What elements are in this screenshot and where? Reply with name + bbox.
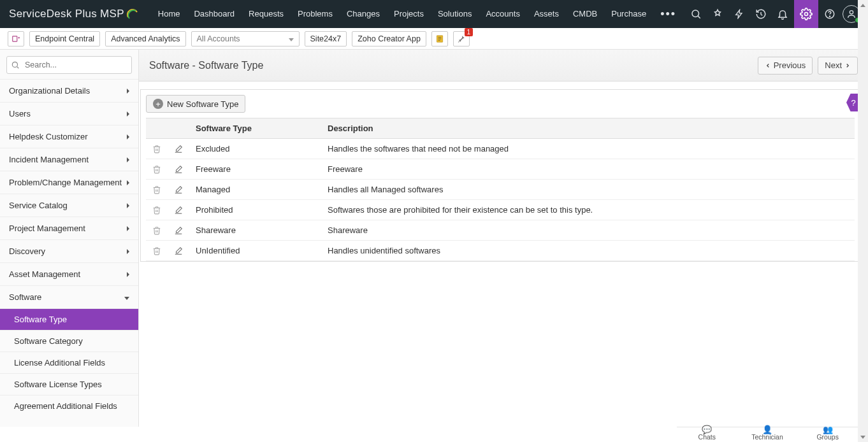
account-selector[interactable]: All Accounts	[191, 31, 300, 46]
notes-icon[interactable]	[431, 31, 448, 46]
svg-line-3	[761, 15, 762, 16]
sidebar-item-4[interactable]: Agreement Additional Fields	[0, 395, 138, 417]
delete-icon[interactable]	[146, 220, 168, 241]
cell-type: Excluded	[189, 139, 321, 159]
nav-home[interactable]: Home	[151, 0, 187, 28]
sidebar-section-2[interactable]: Helpdesk Customizer	[0, 125, 138, 148]
nav-cmdb[interactable]: CMDB	[566, 0, 604, 28]
settings-sidebar: Organizational DetailsUsersHelpdesk Cust…	[0, 50, 139, 427]
main-content: Software - Software Type Previous Next ?…	[139, 50, 868, 427]
search-global-icon[interactable]	[686, 4, 706, 24]
table-panel: ? + New Software Type Software Type Desc	[140, 89, 860, 262]
chip-site24x7[interactable]: Site24x7	[305, 31, 347, 46]
previous-label: Previous	[774, 61, 806, 70]
edit-icon[interactable]	[168, 241, 189, 261]
chip-advanced-analytics[interactable]: Advanced Analytics	[105, 31, 185, 46]
chevron-icon	[127, 246, 129, 256]
sidebar-item-1[interactable]: Software Category	[0, 330, 138, 352]
sidebar-item-3[interactable]: Software License Types	[0, 373, 138, 395]
vertical-scrollbar[interactable]	[858, 0, 868, 427]
svg-point-7	[850, 11, 853, 14]
chevron-icon	[127, 269, 129, 279]
chevron-icon	[127, 201, 129, 210]
delete-icon[interactable]	[146, 200, 168, 220]
table-row: ExcludedHandles the softwares that need …	[146, 139, 855, 159]
nav-assets[interactable]: Assets	[527, 0, 566, 28]
chip-endpoint-central[interactable]: Endpoint Central	[29, 31, 100, 46]
col-software-type: Software Type	[189, 118, 321, 139]
sidebar-section-1[interactable]: Users	[0, 103, 138, 125]
nav-solutions[interactable]: Solutions	[431, 0, 479, 28]
chevron-icon	[127, 178, 129, 187]
sidebar-section-label: Problem/Change Management	[9, 178, 122, 187]
pin-badge: 1	[465, 28, 473, 36]
software-type-table: Software Type Description ExcludedHandle…	[146, 118, 855, 261]
delete-icon[interactable]	[146, 139, 168, 159]
nav-accounts[interactable]: Accounts	[479, 0, 526, 28]
sidebar-section-6[interactable]: Project Management	[0, 217, 138, 239]
sidebar-section-0[interactable]: Organizational Details	[0, 80, 138, 102]
cell-desc: Handles unidentified softwares	[321, 241, 855, 261]
delete-icon[interactable]	[146, 241, 168, 261]
cell-desc: Handles all Managed softwares	[321, 180, 855, 200]
sidebar-section-5[interactable]: Service Catalog	[0, 194, 138, 217]
cell-desc: Handles the softwares that need not be m…	[321, 139, 855, 159]
nav-more[interactable]: •••	[653, 0, 683, 28]
nav-problems[interactable]: Problems	[291, 0, 340, 28]
sidebar-section-9[interactable]: Software	[0, 286, 138, 308]
edit-icon[interactable]	[168, 159, 189, 180]
sidebar-section-label: Organizational Details	[9, 86, 90, 96]
sidebar-section-label: Users	[9, 109, 31, 118]
svg-line-1	[698, 16, 700, 18]
edit-icon[interactable]	[168, 200, 189, 220]
nav-changes[interactable]: Changes	[340, 0, 387, 28]
cell-desc: Freeware	[321, 159, 855, 180]
history-icon[interactable]	[751, 4, 771, 24]
sidebar-section-4[interactable]: Problem/Change Management	[0, 171, 138, 194]
chevron-down-icon	[289, 34, 294, 43]
brand-arc-icon	[127, 8, 138, 20]
bolt-icon[interactable]	[729, 4, 749, 24]
svg-point-6	[829, 16, 830, 17]
brand-line2: Plus MSP	[75, 8, 124, 20]
settings-icon[interactable]	[794, 0, 818, 28]
nav-purchase[interactable]: Purchase	[604, 0, 653, 28]
table-row: ProhibitedSoftwares those are prohibited…	[146, 200, 855, 220]
sidebar-search-input[interactable]	[6, 56, 132, 74]
quick-create-icon[interactable]	[8, 31, 24, 46]
edit-icon[interactable]	[168, 139, 189, 159]
delete-icon[interactable]	[146, 180, 168, 200]
sidebar-item-0[interactable]: Software Type	[0, 308, 138, 330]
sidebar-section-label: Service Catalog	[9, 201, 68, 210]
svg-point-0	[692, 10, 699, 17]
new-software-type-button[interactable]: + New Software Type	[146, 95, 245, 113]
cell-type: Shareware	[189, 220, 321, 241]
nav-requests[interactable]: Requests	[242, 0, 291, 28]
delete-icon[interactable]	[146, 159, 168, 180]
quick-add-icon[interactable]	[707, 4, 728, 24]
help-icon[interactable]	[820, 4, 840, 24]
sidebar-section-7[interactable]: Discovery	[0, 240, 138, 262]
sidebar-item-2[interactable]: License Additional Fields	[0, 352, 138, 373]
notifications-icon[interactable]	[772, 4, 793, 24]
sidebar-section-3[interactable]: Incident Management	[0, 148, 138, 171]
pin-icon[interactable]: 1	[453, 31, 470, 46]
sidebar-section-8[interactable]: Asset Management	[0, 263, 138, 285]
scroll-up-icon[interactable]	[858, 0, 868, 10]
secondary-toolbar: Endpoint Central Advanced Analytics All …	[0, 28, 868, 50]
next-button[interactable]: Next	[818, 57, 858, 75]
edit-icon[interactable]	[168, 180, 189, 200]
new-button-label: New Software Type	[167, 99, 238, 109]
edit-icon[interactable]	[168, 220, 189, 241]
nav-projects[interactable]: Projects	[387, 0, 431, 28]
chip-zoho-creator[interactable]: Zoho Creator App	[352, 31, 426, 46]
cell-type: Prohibited	[189, 200, 321, 220]
table-row: SharewareShareware	[146, 220, 855, 241]
chevron-icon	[127, 132, 129, 141]
table-row: UnIdentifiedHandles unidentified softwar…	[146, 241, 855, 261]
previous-button[interactable]: Previous	[758, 57, 813, 75]
table-row: FreewareFreeware	[146, 159, 855, 180]
svg-point-4	[805, 13, 808, 16]
nav-dashboard[interactable]: Dashboard	[187, 0, 242, 28]
plus-icon: +	[153, 99, 163, 109]
